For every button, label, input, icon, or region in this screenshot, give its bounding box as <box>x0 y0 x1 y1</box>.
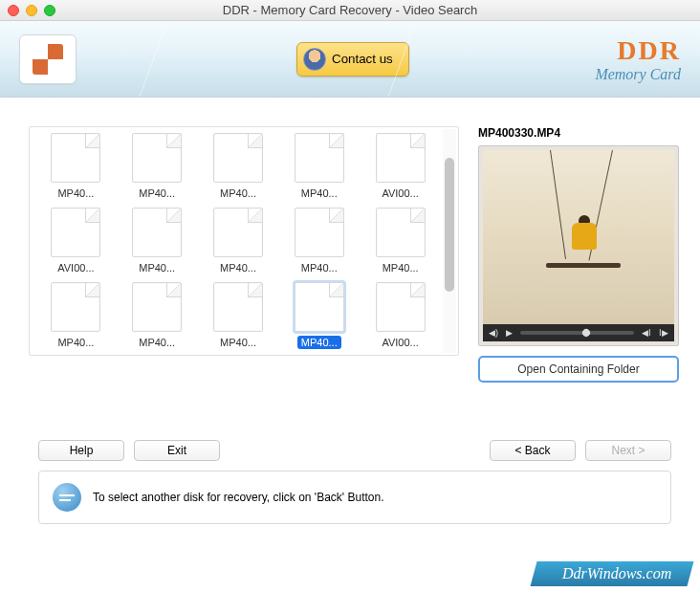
file-icon <box>132 208 182 257</box>
file-item[interactable]: MP40... <box>119 206 196 276</box>
titlebar: DDR - Memory Card Recovery - Video Searc… <box>0 0 700 21</box>
file-label: MP40... <box>297 186 341 200</box>
watermark: DdrWindows.com <box>530 561 693 586</box>
file-grid: MP40...MP40...MP40...MP40...AVI00...AVI0… <box>30 127 458 356</box>
scrollbar-thumb[interactable] <box>445 158 454 292</box>
file-item[interactable]: AVI00... <box>361 131 439 202</box>
file-label: MP40... <box>297 336 341 349</box>
file-icon <box>51 133 100 183</box>
header-banner: Contact us DDR Memory Card <box>0 21 700 98</box>
file-icon <box>213 133 263 183</box>
brand-block: DDR Memory Card <box>595 35 681 83</box>
file-item[interactable]: MP40... <box>280 280 358 351</box>
file-label: AVI00... <box>378 186 422 200</box>
file-label: MP40... <box>297 261 341 274</box>
file-icon <box>295 208 344 257</box>
file-item[interactable]: MP40... <box>37 280 115 351</box>
file-item[interactable]: MP40... <box>119 131 196 202</box>
file-item[interactable]: AVI00... <box>361 280 439 351</box>
seek-thumb[interactable] <box>581 327 592 338</box>
help-button[interactable]: Help <box>38 440 124 461</box>
file-icon <box>295 282 344 332</box>
file-item[interactable]: MP40... <box>119 280 196 351</box>
file-item[interactable]: MP40... <box>200 131 277 202</box>
file-item[interactable]: MP40... <box>361 206 439 276</box>
play-icon[interactable]: ▶ <box>506 328 513 338</box>
main-content: MP40...MP40...MP40...MP40...AVI00...AVI0… <box>0 98 700 392</box>
file-icon <box>295 133 344 183</box>
file-label: MP40... <box>216 261 260 274</box>
next-button: Next > <box>585 440 671 461</box>
file-label: MP40... <box>135 261 179 274</box>
logo-icon <box>33 44 63 75</box>
file-icon <box>376 208 426 257</box>
video-controls: ◀) ▶ ◀Ⅰ Ⅰ▶ <box>483 324 674 341</box>
file-item[interactable]: AVI00... <box>37 206 115 276</box>
info-icon <box>53 483 81 512</box>
file-label: MP40... <box>216 336 260 349</box>
back-button[interactable]: < Back <box>490 440 576 461</box>
file-label: MP40... <box>135 186 179 200</box>
brand-subtitle: Memory Card <box>595 66 681 83</box>
info-text: To select another disk for recovery, cli… <box>93 491 384 504</box>
file-icon <box>132 282 182 332</box>
file-icon <box>213 208 263 257</box>
person-icon <box>303 48 326 71</box>
next-icon[interactable]: Ⅰ▶ <box>659 328 668 338</box>
file-icon <box>376 133 426 183</box>
file-icon <box>51 282 100 332</box>
volume-icon[interactable]: ◀) <box>489 328 498 338</box>
contact-us-button[interactable]: Contact us <box>296 42 409 77</box>
open-containing-folder-button[interactable]: Open Containing Folder <box>478 356 679 383</box>
preview-image <box>483 150 674 324</box>
file-icon <box>132 133 182 183</box>
scrollbar[interactable] <box>443 129 456 353</box>
file-item[interactable]: MP40... <box>200 206 277 276</box>
file-label: MP40... <box>54 186 98 200</box>
preview-filename: MP400330.MP4 <box>478 126 679 140</box>
info-box: To select another disk for recovery, cli… <box>38 471 671 524</box>
file-icon <box>376 282 426 332</box>
preview-column: MP400330.MP4 ◀) ▶ ◀Ⅰ Ⅰ▶ Open Containing … <box>478 126 679 383</box>
file-item[interactable]: MP40... <box>37 131 115 202</box>
button-row: Help Exit < Back Next > <box>0 392 700 467</box>
window-title: DDR - Memory Card Recovery - Video Searc… <box>0 3 700 17</box>
file-label: MP40... <box>54 336 98 349</box>
file-label: MP40... <box>216 186 260 200</box>
brand-title: DDR <box>595 35 681 66</box>
seek-track[interactable] <box>520 331 634 335</box>
exit-button[interactable]: Exit <box>134 440 220 461</box>
contact-us-label: Contact us <box>332 52 393 66</box>
file-label: AVI00... <box>378 336 422 349</box>
prev-icon[interactable]: ◀Ⅰ <box>642 328 651 338</box>
file-label: AVI00... <box>54 261 98 274</box>
file-icon <box>51 208 100 257</box>
file-grid-container: MP40...MP40...MP40...MP40...AVI00...AVI0… <box>29 126 459 356</box>
file-item[interactable]: MP40... <box>200 280 277 351</box>
file-item[interactable]: MP40... <box>280 131 358 202</box>
file-label: MP40... <box>379 261 423 274</box>
file-icon <box>213 282 263 332</box>
file-label: MP40... <box>135 336 179 349</box>
preview-box: ◀) ▶ ◀Ⅰ Ⅰ▶ <box>478 145 679 346</box>
file-item[interactable]: MP40... <box>280 206 358 276</box>
app-logo <box>19 34 77 84</box>
